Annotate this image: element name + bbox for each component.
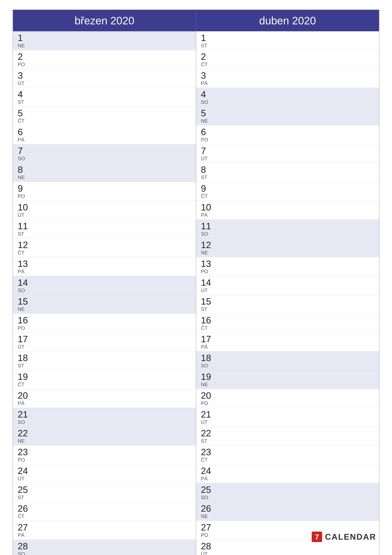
day-row: 4SO <box>196 88 379 107</box>
day-row: 18SO <box>196 351 379 370</box>
day-row: 9PO <box>13 182 196 201</box>
day-row: 2PO <box>13 50 196 69</box>
day-row: 19NE <box>196 370 379 389</box>
day-row: 17PÁ <box>196 333 379 351</box>
day-row: 24PÁ <box>196 464 379 483</box>
day-row: 18ST <box>13 351 196 370</box>
day-row: 20PO <box>196 389 379 408</box>
day-row: 11SO <box>196 219 379 238</box>
april-column: 1ST2ČT3PÁ4SO5NE6PO7ÚT8ST9ČT10PÁ11SO12NE1… <box>196 31 379 555</box>
day-row: 11ST <box>13 219 196 238</box>
month-header-march: březen 2020 <box>13 10 196 31</box>
day-row: 3ÚT <box>13 69 196 88</box>
day-row: 8NE <box>13 163 196 182</box>
day-row: 7ÚT <box>196 144 379 163</box>
day-row: 16PO <box>13 314 196 333</box>
page-container: březen 2020 duben 2020 1NE2PO3ÚT4ST5ČT6P… <box>0 0 392 555</box>
day-row: 7SO <box>13 144 196 163</box>
day-row: 6PÁ <box>13 125 196 144</box>
month-header-april: duben 2020 <box>196 10 379 31</box>
day-row: 14ÚT <box>196 276 379 295</box>
day-row: 24ÚT <box>13 464 196 483</box>
day-row: 5NE <box>196 107 379 125</box>
day-row: 15ST <box>196 295 379 314</box>
day-row: 19ČT <box>13 370 196 389</box>
day-row: 26NE <box>196 502 379 521</box>
day-row: 4ST <box>13 88 196 107</box>
day-row: 12ČT <box>13 238 196 257</box>
day-row: 28SO <box>13 540 196 555</box>
day-row: 22NE <box>13 427 196 445</box>
day-row: 16ČT <box>196 314 379 333</box>
day-row: 3PÁ <box>196 69 379 88</box>
logo-text: CALENDAR <box>325 532 376 541</box>
day-row: 26ČT <box>13 502 196 521</box>
day-row: 23PO <box>13 445 196 464</box>
day-row: 20PÁ <box>13 389 196 408</box>
day-row: 10ÚT <box>13 201 196 219</box>
day-row: 25SO <box>196 483 379 502</box>
day-row: 21SO <box>13 408 196 427</box>
day-row: 17ÚT <box>13 333 196 351</box>
day-row: 21ÚT <box>196 408 379 427</box>
days-container: 1NE2PO3ÚT4ST5ČT6PÁ7SO8NE9PO10ÚT11ST12ČT1… <box>13 31 379 555</box>
day-row: 13PO <box>196 257 379 276</box>
calendar-logo-icon: 7 <box>311 531 322 542</box>
svg-text:7: 7 <box>315 533 319 541</box>
day-row: 2ČT <box>196 50 379 69</box>
header-row: březen 2020 duben 2020 <box>13 10 379 31</box>
day-row: 22ST <box>196 427 379 445</box>
day-row: 23ČT <box>196 445 379 464</box>
day-row: 5ČT <box>13 107 196 125</box>
day-row: 12NE <box>196 238 379 257</box>
march-column: 1NE2PO3ÚT4ST5ČT6PÁ7SO8NE9PO10ÚT11ST12ČT1… <box>13 31 196 555</box>
day-row: 15NE <box>13 295 196 314</box>
day-row: 10PÁ <box>196 201 379 219</box>
logo-area: 7 CALENDAR <box>311 531 376 542</box>
day-row: 6PO <box>196 125 379 144</box>
day-row: 8ST <box>196 163 379 182</box>
day-row: 14SO <box>13 276 196 295</box>
day-row: 9ČT <box>196 182 379 201</box>
day-row: 1NE <box>13 31 196 50</box>
day-row: 25ST <box>13 483 196 502</box>
day-row: 13PÁ <box>13 257 196 276</box>
day-row: 1ST <box>196 31 379 50</box>
day-row: 27PÁ <box>13 521 196 540</box>
